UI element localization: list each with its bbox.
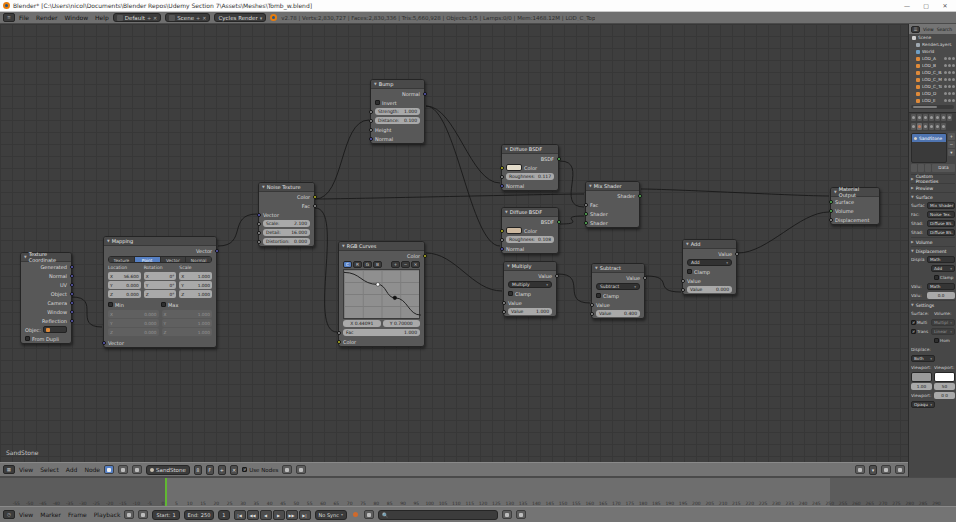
record-icon[interactable] (353, 512, 358, 517)
number-field[interactable]: Y0° (144, 281, 177, 289)
node-rgb-curves[interactable]: ▼RGB CurvesColorCRGB+−✕X 0.44091Y 0.7000… (338, 241, 425, 347)
next-keyframe-button[interactable]: ▶▶ (286, 510, 298, 520)
property-checkbox[interactable]: ✓Trans (911, 329, 929, 334)
output-socket[interactable] (735, 252, 739, 256)
panel-header-volume[interactable]: ▶Volume (911, 237, 955, 246)
outliner-row-lod_c_top[interactable]: LOD_C_Top (909, 83, 956, 90)
input-socket[interactable] (337, 340, 341, 344)
property-dropdown[interactable]: Multipl▾ (931, 319, 955, 326)
properties-tab-material[interactable] (917, 123, 922, 130)
slot-remove-button[interactable]: − (948, 141, 955, 148)
property-dropdown[interactable]: Add▾ (931, 265, 955, 272)
checkbox[interactable] (687, 269, 692, 274)
scene-selector[interactable]: Scene + ✕ (165, 13, 210, 22)
timeline-strip[interactable]: -55-50-45-40-35-30-25-20-15-10-505101520… (0, 477, 956, 506)
input-socket[interactable] (681, 288, 685, 292)
insert-keyframe-icon[interactable] (502, 510, 512, 519)
panel-header-custom-properties[interactable]: ▶Custom Properties (911, 174, 955, 183)
panel-header-preview[interactable]: ▶Preview (911, 183, 955, 192)
collapse-icon[interactable]: ▼ (834, 190, 837, 194)
output-socket[interactable] (70, 292, 74, 296)
render-restrict-icon[interactable] (952, 99, 955, 102)
input-socket[interactable] (500, 238, 504, 242)
output-socket[interactable] (557, 220, 561, 224)
outliner-row-lod_b[interactable]: LOD_B (909, 62, 956, 69)
material-slot-active[interactable]: SandStone (912, 134, 946, 142)
snap-mode-dropdown[interactable]: ▾ (869, 465, 877, 475)
operation-dropdown[interactable]: Subtract▾ (596, 283, 640, 290)
jump-to-end-button[interactable]: ▶| (299, 510, 311, 520)
input-socket[interactable] (257, 222, 261, 226)
output-socket[interactable] (555, 274, 559, 278)
node-header-noise-texture[interactable]: ▼Noise Texture (259, 183, 314, 192)
outliner-row-lod_e[interactable]: LOD_E (909, 97, 956, 104)
outliner-row-lod_c_base[interactable]: LOD_C_Base (909, 69, 956, 76)
outliner-row-world[interactable]: World (909, 48, 956, 55)
timeline-menu-marker[interactable]: Marker (40, 511, 61, 518)
properties-tab-world[interactable] (929, 114, 934, 121)
output-socket[interactable] (423, 92, 427, 96)
input-socket[interactable] (257, 240, 261, 244)
input-socket[interactable] (369, 137, 373, 141)
visibility-icon[interactable] (944, 57, 947, 60)
shader-type-linestyle-button[interactable] (132, 465, 142, 474)
value-slider[interactable]: Distortion:0.000 (263, 238, 310, 245)
property-slider[interactable]: 1.00 (911, 383, 932, 390)
input-socket[interactable] (584, 221, 588, 225)
collapse-icon[interactable]: ▼ (507, 264, 510, 268)
outliner-menu-search[interactable]: Search (937, 27, 952, 32)
sync-mode-dropdown[interactable]: No Sync ▾ (315, 510, 347, 520)
channel-button-c[interactable]: C (343, 261, 352, 268)
outliner-row-scene[interactable]: Scene (909, 34, 956, 41)
viewport-color-swatch[interactable] (911, 372, 932, 382)
properties-tab-constraints[interactable] (941, 114, 946, 121)
editor-type-outliner-button[interactable]: ☰ (911, 26, 920, 33)
timeline-menu-view[interactable]: View (19, 511, 33, 518)
material-data-dropdown[interactable]: Data (932, 164, 955, 172)
value-slider[interactable]: Roughness:0.108 (506, 236, 554, 243)
value-slider[interactable]: Detail:16.000 (263, 229, 310, 236)
input-socket[interactable] (500, 184, 504, 188)
scene-delete-icon[interactable]: ✕ (202, 15, 206, 21)
input-socket[interactable] (681, 279, 685, 283)
property-slider[interactable]: 0 0 (934, 392, 955, 399)
property-slider[interactable]: 0.0 (927, 292, 955, 299)
selectability-icon[interactable] (948, 78, 951, 81)
preview-range-icon[interactable] (124, 510, 134, 519)
snap-magnet-icon[interactable] (855, 465, 865, 474)
selectability-icon[interactable] (948, 85, 951, 88)
copy-nodes-icon[interactable] (881, 465, 891, 474)
channel-button-b[interactable]: B (373, 261, 382, 268)
value-slider[interactable]: Strength:1.000 (375, 108, 420, 115)
selectability-icon[interactable] (948, 99, 951, 102)
render-restrict-icon[interactable] (952, 64, 955, 67)
material-new-button[interactable] (918, 164, 924, 172)
input-socket[interactable] (590, 312, 594, 316)
checkbox[interactable] (596, 293, 601, 298)
object-field[interactable] (43, 326, 67, 333)
input-socket[interactable] (369, 119, 373, 123)
input-socket[interactable] (500, 175, 504, 179)
lock-range-icon[interactable] (138, 510, 148, 519)
info-menu-window[interactable]: Window (64, 14, 88, 21)
collapse-icon[interactable]: ▼ (342, 244, 345, 248)
curve-widget[interactable] (343, 269, 420, 319)
property-button[interactable]: Math (927, 256, 955, 263)
properties-tab-texture[interactable] (923, 123, 928, 130)
checkbox[interactable] (108, 302, 113, 307)
number-field[interactable]: Z0° (144, 290, 177, 298)
input-socket[interactable] (829, 200, 833, 204)
number-field[interactable]: Z1.000 (162, 328, 213, 336)
outliner-row-lod_d[interactable]: LOD_D (909, 90, 956, 97)
visibility-icon[interactable] (944, 78, 947, 81)
node-noise-texture[interactable]: ▼Noise TextureColorFacVectorScale:2.100D… (258, 182, 315, 247)
output-socket[interactable] (70, 301, 74, 305)
node-material-output[interactable]: ▼Material OutputSurfaceVolumeDisplacemen… (830, 187, 880, 225)
output-socket[interactable] (638, 194, 642, 198)
input-socket[interactable] (829, 218, 833, 222)
slot-add-button[interactable]: + (948, 133, 955, 140)
node-header-math-subtract[interactable]: ▼Subtract (592, 264, 644, 273)
number-field[interactable]: Y1.000 (162, 319, 213, 327)
node-header-mix-shader[interactable]: ▼Mix Shader (586, 182, 639, 191)
node-menu-view[interactable]: View (19, 466, 33, 473)
